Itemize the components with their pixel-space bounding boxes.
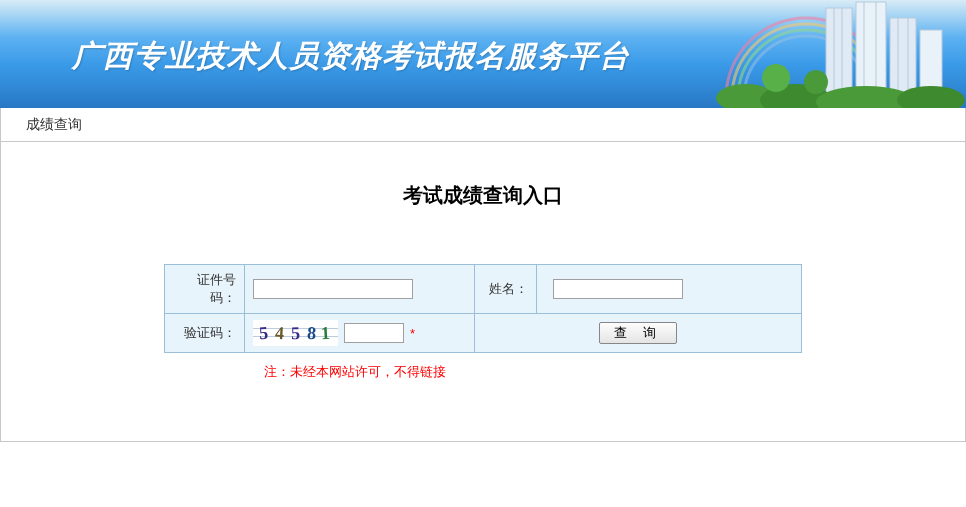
site-title: 广西专业技术人员资格考试报名服务平台 (72, 36, 630, 77)
main-content: 考试成绩查询入口 证件号码： 姓名： 验证码： 5 4 (0, 142, 966, 442)
captcha-image[interactable]: 5 4 5 8 1 (253, 320, 338, 346)
captcha-label: 验证码： (165, 314, 245, 353)
query-form-table: 证件号码： 姓名： 验证码： 5 4 5 8 (164, 264, 802, 353)
required-mark: * (410, 326, 415, 341)
section-heading: 考试成绩查询入口 (1, 182, 965, 209)
id-number-input[interactable] (253, 279, 413, 299)
svg-point-14 (762, 64, 790, 92)
navbar: 成绩查询 (0, 108, 966, 142)
name-input[interactable] (553, 279, 683, 299)
captcha-input[interactable] (344, 323, 404, 343)
footer-note: 注：未经本网站许可，不得链接 (164, 363, 802, 381)
svg-rect-2 (890, 18, 916, 98)
id-label: 证件号码： (165, 265, 245, 314)
svg-point-15 (804, 70, 828, 94)
nav-item-score-query[interactable]: 成绩查询 (26, 116, 82, 134)
query-button[interactable]: 查 询 (599, 322, 677, 344)
svg-rect-0 (826, 8, 852, 98)
banner-decoration-icon (706, 0, 966, 108)
name-label: 姓名： (475, 265, 537, 314)
svg-rect-1 (856, 2, 886, 98)
header-banner: 广西专业技术人员资格考试报名服务平台 (0, 0, 966, 108)
